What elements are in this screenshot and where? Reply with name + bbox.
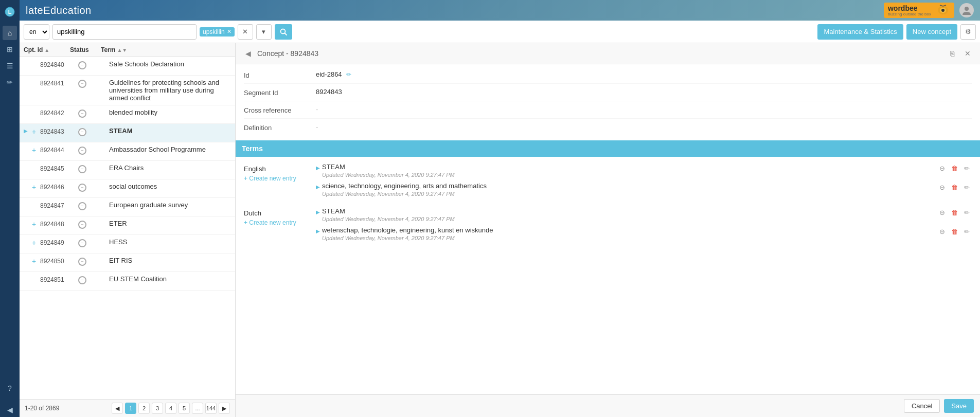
list-item[interactable]: 8924845 − ERA Chairs: [20, 161, 235, 179]
search-tag[interactable]: upskillin ✕: [200, 27, 235, 37]
term-delete-button[interactable]: 🗑: [949, 163, 959, 173]
term-delete-button[interactable]: 🗑: [949, 226, 959, 237]
row-id: 8924847: [40, 201, 78, 209]
id-sort-icon[interactable]: ▲: [44, 47, 49, 53]
segment-id-value: 8924843: [316, 88, 342, 96]
clear-search-button[interactable]: ✕: [238, 24, 253, 40]
settings-icon[interactable]: ⚙: [960, 24, 976, 40]
prev-page-button[interactable]: ◀: [112, 403, 123, 414]
segment-id-field-row: Segment Id 8924843: [244, 88, 972, 101]
add-icon: [32, 60, 40, 61]
maintenance-button[interactable]: Maintenance & Statistics: [817, 24, 903, 40]
page-4-button[interactable]: 4: [165, 403, 176, 414]
expand-icon[interactable]: ▶: [24, 127, 32, 134]
add-icon[interactable]: +: [32, 183, 40, 191]
page-3-button[interactable]: 3: [152, 403, 163, 414]
header-term: Term ▲▼: [101, 46, 231, 53]
add-icon: [32, 275, 40, 276]
term-minus-button[interactable]: ⊖: [937, 163, 947, 173]
add-icon[interactable]: +: [32, 257, 40, 265]
term-actions: ⊖ 🗑 ✏: [937, 226, 972, 237]
english-create-entry-link[interactable]: + Create new entry: [244, 175, 316, 182]
grid-icon[interactable]: ⊞: [3, 42, 17, 57]
add-icon[interactable]: +: [32, 238, 40, 247]
collapse-detail-icon[interactable]: ◀: [242, 47, 254, 60]
home-icon[interactable]: ⌂: [3, 26, 17, 40]
term-content: STEAM Updated Wednesday, November 4, 202…: [322, 207, 937, 222]
term-edit-button[interactable]: ✏: [961, 182, 972, 192]
new-concept-button[interactable]: New concept: [906, 24, 957, 40]
dutch-create-entry-link[interactable]: + Create new entry: [244, 219, 316, 226]
list-item[interactable]: 8924851 − EU STEM Coalition: [20, 272, 235, 291]
list-item[interactable]: + 8924849 − HESS: [20, 235, 235, 253]
term-edit-button[interactable]: ✏: [961, 226, 972, 237]
add-icon[interactable]: +: [32, 127, 40, 136]
definition-value: -: [316, 123, 318, 131]
row-status: −: [78, 127, 109, 136]
save-button[interactable]: Save: [944, 399, 974, 413]
row-id: 8924849: [40, 238, 78, 246]
row-term: Ambassador School Programme: [109, 146, 231, 153]
list-item[interactable]: 8924842 − blended mobility: [20, 105, 235, 124]
list-item[interactable]: + 8924844 − Ambassador School Programme: [20, 142, 235, 161]
row-term: blended mobility: [109, 108, 231, 116]
row-id: 8924841: [40, 79, 78, 87]
term-actions: ⊖ 🗑 ✏: [937, 182, 972, 192]
list-item[interactable]: 8924840 − Safe Schools Declaration: [20, 57, 235, 76]
close-icon[interactable]: ✕: [961, 47, 974, 60]
list-item[interactable]: 8924847 − European graduate survey: [20, 198, 235, 216]
page-1-button[interactable]: 1: [125, 403, 136, 414]
tag-close-icon[interactable]: ✕: [227, 28, 231, 35]
row-term: ERA Chairs: [109, 164, 231, 172]
term-minus-button[interactable]: ⊖: [937, 207, 947, 217]
list-item[interactable]: + 8924848 − ETER: [20, 216, 235, 235]
term-sort-icon[interactable]: ▲▼: [117, 47, 127, 53]
id-edit-icon[interactable]: ✏: [346, 71, 351, 78]
edit-icon[interactable]: ✏: [3, 75, 17, 89]
definition-field-row: Definition -: [244, 123, 972, 136]
add-icon[interactable]: +: [32, 220, 40, 228]
page-5-button[interactable]: 5: [179, 403, 190, 414]
list-item[interactable]: + 8924850 − EIT RIS: [20, 253, 235, 272]
term-delete-button[interactable]: 🗑: [949, 207, 959, 217]
help-icon[interactable]: ?: [3, 381, 17, 395]
term-minus-button[interactable]: ⊖: [937, 226, 947, 237]
expand-icon: [24, 183, 32, 184]
list-item[interactable]: + 8924846 − social outcomes: [20, 179, 235, 198]
collapse-icon[interactable]: ◀: [3, 403, 17, 417]
row-term: ETER: [109, 220, 231, 227]
language-select[interactable]: en nl fr de: [24, 24, 49, 40]
search-button[interactable]: [275, 24, 292, 40]
copy-icon[interactable]: ⎘: [946, 47, 958, 60]
term-delete-button[interactable]: 🗑: [949, 182, 959, 192]
expand-icon: [24, 201, 32, 202]
cancel-button[interactable]: Cancel: [904, 399, 940, 413]
page-2-button[interactable]: 2: [138, 403, 150, 414]
row-term: Guidelines for protecting schools and un…: [109, 79, 231, 102]
row-status: −: [78, 164, 109, 173]
term-arrow-icon: ▶: [316, 165, 320, 171]
term-minus-button[interactable]: ⊖: [937, 182, 947, 192]
page-144-button[interactable]: 144: [205, 403, 217, 414]
id-field-row: Id eid-2864 ✏: [244, 70, 972, 84]
row-term: social outcomes: [109, 183, 231, 190]
document-icon[interactable]: ☰: [3, 59, 17, 73]
next-page-button[interactable]: ▶: [219, 403, 230, 414]
pagination: ◀ 1 2 3 4 5 ... 144 ▶: [112, 403, 230, 414]
dropdown-button[interactable]: ▾: [256, 24, 272, 40]
expand-icon: [24, 257, 32, 258]
expand-icon: [24, 108, 32, 110]
concept-detail-panel: ◀ Concept - 8924843 ⎘ ✕ Id eid-2864 ✏: [236, 43, 980, 417]
list-item[interactable]: 8924841 − Guidelines for protecting scho…: [20, 76, 235, 105]
row-id: 8924845: [40, 164, 78, 172]
term-edit-button[interactable]: ✏: [961, 207, 972, 217]
list-item[interactable]: ▶ + 8924843 − STEAM: [20, 124, 235, 142]
term-edit-button[interactable]: ✏: [961, 163, 972, 173]
user-avatar[interactable]: [959, 3, 974, 17]
expand-icon: [24, 220, 32, 221]
concept-list-panel: Cpt. id ▲ Status Term ▲▼: [20, 43, 236, 417]
search-input[interactable]: [52, 24, 197, 40]
add-icon[interactable]: +: [32, 146, 40, 154]
term-arrow-icon: ▶: [316, 228, 320, 234]
term-main-text: wetenschap, technologie, engineering, ku…: [322, 226, 937, 234]
